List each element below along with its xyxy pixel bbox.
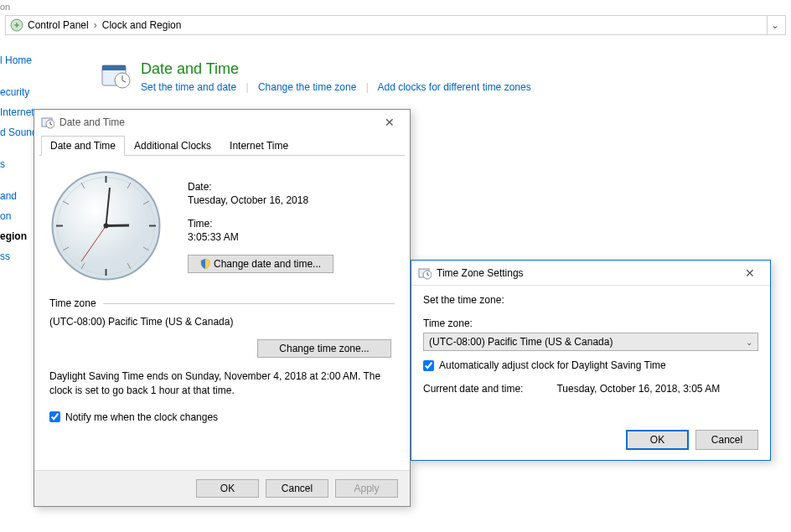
auto-dst-checkbox-row[interactable]: Automatically adjust clock for Daylight …: [423, 359, 758, 371]
dialog-footer: OK Cancel Apply: [34, 470, 410, 506]
window-title-truncated: on: [0, 0, 791, 13]
chevron-right-icon: ›: [94, 19, 97, 31]
dialog-title: Time Zone Settings: [437, 267, 524, 279]
divider: |: [366, 81, 369, 93]
auto-dst-checkbox[interactable]: [423, 360, 434, 371]
dialog-titlebar[interactable]: Date and Time ✕: [34, 110, 410, 135]
page-links: Set the time and date | Change the time …: [141, 81, 531, 93]
change-date-time-label: Change date and time...: [214, 258, 321, 270]
link-add-clocks[interactable]: Add clocks for different time zones: [377, 81, 530, 93]
close-icon[interactable]: ✕: [376, 112, 403, 132]
tab-additional-clocks[interactable]: Additional Clocks: [125, 136, 220, 156]
timezone-settings-dialog: Time Zone Settings ✕ Set the time zone: …: [411, 260, 771, 461]
divider: |: [246, 81, 248, 93]
current-datetime-value: Tuesday, October 16, 2018, 3:05 AM: [556, 383, 720, 395]
breadcrumb-root[interactable]: Control Panel: [28, 19, 89, 31]
cancel-button[interactable]: Cancel: [266, 479, 328, 498]
auto-dst-label: Automatically adjust clock for Daylight …: [439, 359, 666, 371]
main-content: Date and Time Set the time and date | Ch…: [101, 60, 531, 93]
timezone-section-label: Time zone: [49, 297, 96, 309]
timezone-select[interactable]: (UTC-08:00) Pacific Time (US & Canada) ⌄: [423, 333, 758, 351]
dialog-title: Date and Time: [59, 116, 125, 128]
date-time-icon: [418, 266, 432, 280]
date-value: Tuesday, October 16, 2018: [188, 194, 333, 206]
dst-info-text: Daylight Saving Time ends on Sunday, Nov…: [49, 369, 395, 398]
dialog-footer: OK Cancel: [411, 430, 770, 460]
instruction-text: Set the time zone:: [423, 294, 758, 306]
divider: [103, 303, 395, 304]
link-change-tz[interactable]: Change the time zone: [258, 81, 356, 93]
chevron-down-icon: ⌄: [746, 338, 752, 347]
sidebar-item-security[interactable]: ecurity: [0, 82, 42, 102]
ok-button[interactable]: OK: [196, 479, 259, 498]
timezone-selected-value: (UTC-08:00) Pacific Time (US & Canada): [429, 336, 613, 348]
svg-line-20: [106, 225, 130, 226]
notify-checkbox[interactable]: [49, 411, 60, 422]
date-label: Date:: [188, 181, 333, 193]
sidebar-item-home[interactable]: l Home: [0, 50, 42, 70]
dialog-titlebar[interactable]: Time Zone Settings ✕: [411, 261, 770, 286]
cancel-button[interactable]: Cancel: [695, 430, 758, 450]
svg-rect-2: [102, 65, 126, 70]
timezone-value: (UTC-08:00) Pacific Time (US & Canada): [49, 316, 395, 328]
change-date-time-button[interactable]: Change date and time...: [188, 255, 333, 273]
breadcrumb-dropdown[interactable]: ⌄: [767, 16, 782, 34]
svg-point-23: [104, 224, 109, 229]
ok-button[interactable]: OK: [626, 430, 689, 450]
notify-checkbox-row[interactable]: Notify me when the clock changes: [49, 411, 395, 423]
change-timezone-button[interactable]: Change time zone...: [257, 339, 391, 358]
page-title[interactable]: Date and Time: [141, 60, 531, 78]
control-panel-icon: [9, 18, 24, 33]
shield-icon: [200, 259, 210, 269]
apply-button[interactable]: Apply: [335, 479, 398, 498]
breadcrumb[interactable]: Control Panel › Clock and Region ⌄: [5, 15, 786, 35]
close-icon[interactable]: ✕: [737, 263, 763, 283]
tab-date-time[interactable]: Date and Time: [41, 136, 125, 156]
analog-clock: [49, 169, 163, 282]
date-time-icon: [41, 116, 54, 129]
time-value: 3:05:33 AM: [188, 231, 333, 243]
date-time-icon: [101, 60, 131, 90]
date-time-dialog: Date and Time ✕ Date and Time Additional…: [34, 109, 411, 507]
notify-checkbox-label: Notify me when the clock changes: [65, 411, 218, 423]
tab-strip: Date and Time Additional Clocks Internet…: [39, 135, 405, 156]
tab-internet-time[interactable]: Internet Time: [220, 136, 297, 156]
timezone-label: Time zone:: [423, 318, 758, 329]
time-label: Time:: [188, 218, 333, 230]
current-datetime-label: Current date and time:: [423, 383, 523, 395]
link-set-time[interactable]: Set the time and date: [141, 81, 236, 93]
breadcrumb-current[interactable]: Clock and Region: [102, 19, 182, 31]
